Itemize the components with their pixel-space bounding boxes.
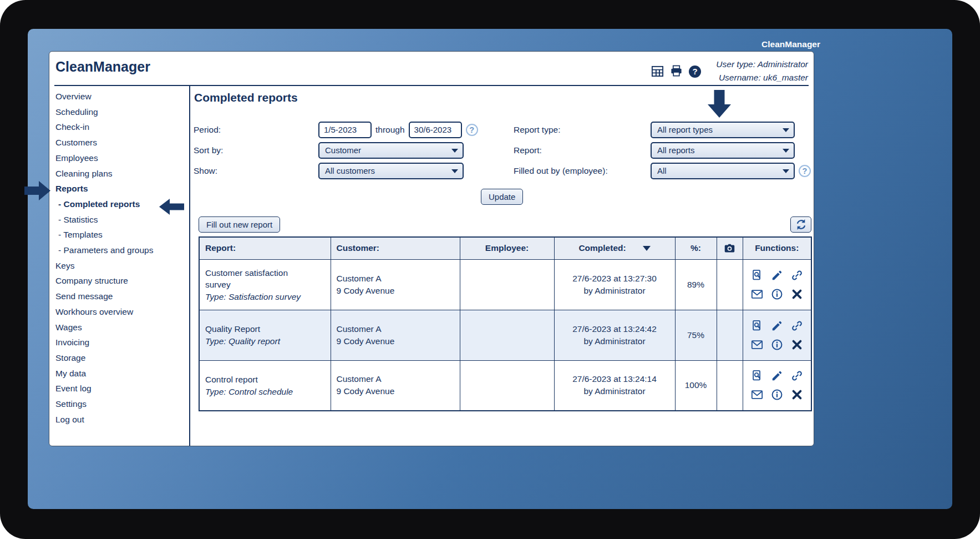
filled-out-by-value: All bbox=[657, 166, 667, 175]
sidebar-item-templates[interactable]: - Templates bbox=[55, 227, 187, 243]
refresh-button[interactable] bbox=[790, 216, 811, 233]
header-toolbar: ? bbox=[651, 65, 701, 78]
report-value: All reports bbox=[657, 145, 695, 155]
desktop-watermark: CleanManager bbox=[761, 39, 820, 49]
info-icon[interactable] bbox=[771, 339, 783, 351]
completed-datetime: 27/6-2023 at 13:24:42 bbox=[555, 323, 675, 335]
employee-cell bbox=[460, 259, 554, 310]
preview-icon[interactable] bbox=[751, 370, 763, 382]
table-icon[interactable] bbox=[651, 65, 664, 78]
chevron-down-icon bbox=[783, 149, 789, 153]
email-icon[interactable] bbox=[751, 389, 763, 401]
filled-out-help-icon[interactable]: ? bbox=[799, 165, 811, 177]
sidebar-item-customers[interactable]: Customers bbox=[55, 135, 187, 150]
sidebar-item-reports[interactable]: Reports bbox=[55, 181, 187, 197]
period-label: Period: bbox=[194, 125, 318, 135]
email-icon[interactable] bbox=[751, 339, 763, 351]
link-icon[interactable] bbox=[791, 320, 803, 332]
report-label: Report: bbox=[514, 145, 651, 155]
filters: Period: through ? Report type: All repor… bbox=[194, 119, 813, 181]
fill-out-new-report-button[interactable]: Fill out new report bbox=[199, 216, 280, 233]
email-icon[interactable] bbox=[751, 288, 763, 300]
edit-icon[interactable] bbox=[771, 269, 783, 281]
customer-address: 9 Cody Avenue bbox=[337, 285, 460, 297]
filled-out-by-select[interactable]: All bbox=[651, 163, 795, 179]
customer-address: 9 Cody Avenue bbox=[337, 335, 460, 347]
delete-icon[interactable] bbox=[791, 389, 803, 401]
customer-address: 9 Cody Avenue bbox=[337, 385, 460, 397]
sort-by-select[interactable]: Customer bbox=[318, 142, 464, 159]
annotation-arrow-right-icon bbox=[24, 181, 50, 200]
completed-datetime: 27/6-2023 at 13:24:14 bbox=[555, 373, 675, 385]
report-name: Control report bbox=[205, 374, 302, 385]
sidebar-item-settings[interactable]: Settings bbox=[55, 396, 187, 412]
sidebar-item-check-in[interactable]: Check-in bbox=[55, 119, 187, 135]
info-icon[interactable] bbox=[771, 288, 783, 300]
print-icon[interactable] bbox=[670, 65, 683, 78]
info-icon[interactable] bbox=[771, 389, 783, 401]
col-header-employee: Employee: bbox=[460, 237, 554, 259]
col-header-completed[interactable]: Completed: bbox=[554, 237, 675, 259]
period-to-input[interactable] bbox=[409, 122, 462, 138]
sidebar-item-overview[interactable]: Overview bbox=[55, 89, 187, 104]
photo-cell bbox=[717, 310, 743, 360]
sidebar-divider bbox=[189, 85, 190, 446]
sidebar-item-log-out[interactable]: Log out bbox=[55, 412, 187, 427]
chevron-down-icon bbox=[451, 149, 458, 153]
page-title: Completed reports bbox=[194, 91, 298, 104]
period-help-icon[interactable]: ? bbox=[466, 124, 478, 136]
photo-cell bbox=[717, 259, 743, 310]
filled-out-by-label: Filled out by (employee): bbox=[514, 166, 651, 176]
report-type-select[interactable]: All report types bbox=[651, 122, 795, 138]
sidebar-item-send-message[interactable]: Send message bbox=[55, 289, 187, 304]
sidebar-item-my-data[interactable]: My data bbox=[55, 366, 187, 381]
completed-header-label: Completed: bbox=[578, 243, 626, 253]
percent-cell: 100% bbox=[675, 360, 717, 411]
app-title: CleanManager bbox=[55, 59, 150, 75]
link-icon[interactable] bbox=[791, 370, 803, 382]
percent-cell: 89% bbox=[675, 259, 717, 310]
update-button[interactable]: Update bbox=[481, 189, 523, 205]
period-from-input[interactable] bbox=[318, 122, 372, 138]
show-select[interactable]: All customers bbox=[318, 163, 464, 179]
delete-icon[interactable] bbox=[791, 339, 803, 351]
table-row: Quality Report Type: Quality report Cust… bbox=[199, 310, 811, 360]
sidebar-item-keys[interactable]: Keys bbox=[55, 258, 187, 274]
sidebar-item-workhours-overview[interactable]: Workhours overview bbox=[55, 304, 187, 320]
row-functions bbox=[743, 320, 811, 351]
edit-icon[interactable] bbox=[771, 370, 783, 382]
show-label: Show: bbox=[194, 166, 318, 176]
preview-icon[interactable] bbox=[751, 320, 763, 332]
completed-datetime: 27/6-2023 at 13:27:30 bbox=[555, 273, 675, 285]
edit-icon[interactable] bbox=[771, 320, 783, 332]
sidebar-item-scheduling[interactable]: Scheduling bbox=[55, 104, 187, 120]
report-name: Customer satisfaction survey bbox=[205, 267, 302, 290]
sidebar-item-wages[interactable]: Wages bbox=[55, 320, 187, 335]
delete-icon[interactable] bbox=[791, 288, 803, 300]
col-header-customer: Customer: bbox=[331, 237, 460, 259]
help-icon[interactable]: ? bbox=[689, 66, 701, 78]
sidebar-item-invoicing[interactable]: Invoicing bbox=[55, 335, 187, 350]
preview-icon[interactable] bbox=[751, 269, 763, 281]
report-type: Type: Quality report bbox=[205, 335, 331, 347]
header-divider bbox=[54, 85, 809, 86]
through-label: through bbox=[375, 125, 405, 135]
completed-by: by Administrator bbox=[555, 285, 675, 297]
report-type-value: All report types bbox=[657, 125, 713, 134]
sidebar-item-cleaning-plans[interactable]: Cleaning plans bbox=[55, 166, 187, 182]
table-row: Control report Type: Control schedule Cu… bbox=[199, 360, 811, 411]
photo-cell bbox=[717, 360, 743, 411]
sidebar-item-parameters-and-groups[interactable]: - Parameters and groups bbox=[55, 243, 187, 258]
col-header-report: Report: bbox=[199, 237, 331, 259]
report-select[interactable]: All reports bbox=[651, 142, 795, 159]
link-icon[interactable] bbox=[791, 269, 803, 281]
username-label: Username: uk6_master bbox=[716, 71, 808, 84]
sidebar-item-employees[interactable]: Employees bbox=[55, 150, 187, 166]
report-type-label: Report type: bbox=[514, 125, 651, 135]
col-header-functions: Functions: bbox=[743, 237, 811, 259]
col-header-percent: %: bbox=[675, 237, 717, 259]
report-type: Type: Control schedule bbox=[205, 386, 331, 397]
sidebar-item-storage[interactable]: Storage bbox=[55, 350, 187, 366]
sidebar-item-event-log[interactable]: Event log bbox=[55, 381, 187, 396]
sidebar-item-company-structure[interactable]: Company structure bbox=[55, 273, 187, 289]
